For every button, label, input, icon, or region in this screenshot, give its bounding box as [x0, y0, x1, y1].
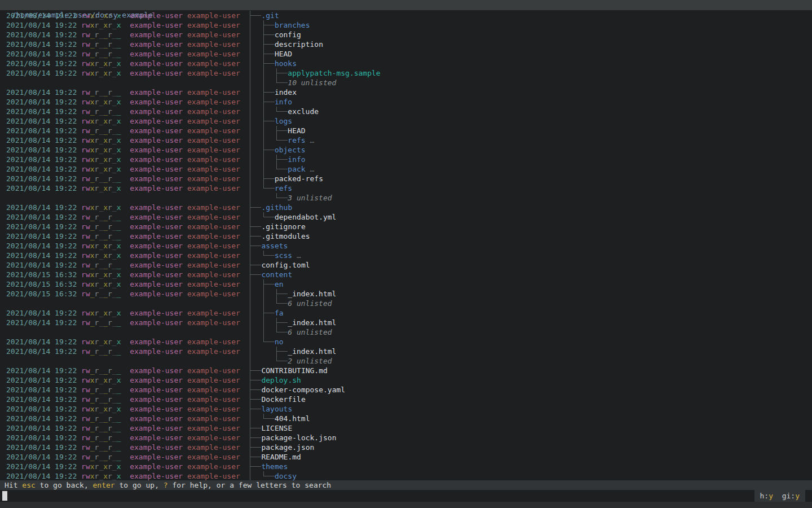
perm-char: w — [86, 261, 90, 269]
tree-file-name[interactable]: package-lock.json — [261, 433, 336, 443]
perm-char: _ — [112, 126, 117, 135]
perm-char: r — [108, 40, 112, 49]
tree-dir-name[interactable]: pack — [288, 164, 305, 174]
tree-branch-line — [248, 299, 253, 308]
perm-char: _ — [112, 290, 117, 298]
file-permissions: rwxr_xr_x — [81, 184, 121, 192]
tree-branch-line — [284, 356, 288, 366]
tree-branch-line — [275, 347, 279, 356]
perm-char: _ — [103, 366, 108, 375]
tree-branch-line — [248, 423, 253, 433]
perm-char: _ — [112, 50, 117, 58]
tree-branch-line — [261, 471, 266, 481]
tree-file-name[interactable]: packed-refs — [275, 174, 323, 183]
tree-branch-line — [261, 347, 266, 356]
tree-branch-line — [248, 347, 253, 356]
perm-char: x — [103, 98, 108, 106]
tree-branch-line — [279, 347, 284, 356]
tree-file-name[interactable]: _index.html — [288, 347, 336, 356]
file-meta-row: 2021/08/14 19:22 rwxr_xr_x example-user … — [6, 135, 240, 145]
perm-char: x — [103, 155, 108, 164]
tree-branch-line — [248, 155, 253, 164]
tree-branch-line — [257, 270, 262, 279]
file-group: example-user — [187, 395, 240, 404]
tree-file-name[interactable]: 404.html — [275, 414, 310, 423]
tree-dir-name[interactable]: logs — [275, 116, 292, 126]
tree-file-name[interactable]: config.toml — [261, 260, 310, 270]
tree-branch-line — [270, 30, 275, 40]
tree-dir-name[interactable]: refs — [288, 135, 305, 145]
perm-char: _ — [90, 126, 95, 135]
tree-dir-name[interactable]: info — [275, 97, 292, 107]
file-owner: example-user — [130, 318, 183, 327]
perm-char: r — [81, 386, 86, 394]
perm-char: x — [117, 203, 121, 212]
tree-dir-name[interactable]: no — [275, 337, 284, 347]
tree-file-name[interactable]: package.json — [261, 443, 314, 452]
perm-char: w — [86, 366, 90, 375]
tree-dir-name[interactable]: assets — [261, 241, 288, 251]
tree-file-name[interactable]: config — [275, 30, 301, 40]
tree-dir-name[interactable]: .github — [261, 203, 292, 212]
tree-file-name[interactable]: LICENSE — [261, 423, 292, 433]
file-meta-row: 2021/08/14 19:22 rw_r__r__ example-user … — [6, 231, 240, 241]
file-permissions: rw_r__r__ — [81, 414, 121, 423]
perm-char: _ — [103, 213, 108, 221]
tree-dir-name[interactable]: hooks — [275, 59, 297, 68]
tree-dir-name[interactable]: .git — [261, 11, 279, 20]
tree-branch-line — [248, 231, 253, 241]
tree-branch-line — [253, 145, 257, 155]
tree-file-name[interactable]: HEAD — [288, 126, 305, 135]
file-owner: example-user — [130, 146, 183, 154]
perm-char: _ — [103, 453, 108, 461]
tree-branch-line — [257, 375, 262, 385]
tree-branch-line — [266, 107, 270, 116]
tree-dir-name[interactable]: en — [275, 279, 284, 289]
tree-file-name[interactable]: .gitignore — [261, 222, 305, 231]
perm-char: r — [108, 290, 112, 298]
tree-dir-name[interactable]: objects — [275, 145, 306, 155]
tree-file-name[interactable]: .gitmodules — [261, 231, 310, 241]
tree-file-name[interactable]: dependabot.yml — [275, 212, 337, 222]
file-group: example-user — [187, 376, 240, 384]
tree-exec-file-name[interactable]: applypatch-msg.sample — [288, 68, 380, 78]
perm-char: x — [103, 405, 108, 413]
tree-file-name[interactable]: README.md — [261, 452, 301, 462]
tree-file-name[interactable]: description — [275, 40, 323, 49]
tree-exec-file-name[interactable]: deploy.sh — [261, 375, 301, 385]
file-group: example-user — [187, 405, 240, 413]
tree-dir-name[interactable]: info — [288, 155, 305, 164]
file-owner: example-user — [130, 376, 183, 384]
tree-file-name[interactable]: exclude — [288, 107, 319, 116]
file-date: 2021/08/14 19:22 — [6, 424, 77, 432]
perm-char: x — [103, 376, 108, 384]
search-input[interactable]: h:y gi:y — [0, 490, 812, 502]
perm-char: x — [117, 165, 121, 173]
tree-file-name[interactable]: _index.html — [288, 318, 336, 327]
tree-dir-name[interactable]: docsy — [275, 471, 297, 481]
file-meta-row: 2021/08/14 19:22 rw_r__r__ example-user … — [6, 443, 240, 452]
file-permissions: rw_r__r__ — [81, 174, 121, 183]
tree-branch-line — [253, 366, 257, 375]
tree-file-name[interactable]: _index.html — [288, 289, 336, 299]
tree-dir-name[interactable]: fa — [275, 308, 284, 318]
tree-file-name[interactable]: HEAD — [275, 49, 292, 59]
tree-file-name[interactable]: Dockerfile — [261, 395, 305, 404]
tree-file-name[interactable]: CONTRIBUTING.md — [261, 366, 327, 375]
tree-branch-line — [257, 97, 262, 107]
tree-dir-name[interactable]: themes — [261, 462, 288, 471]
tree-dir-name[interactable]: refs — [275, 183, 292, 193]
tree-file-name[interactable]: index — [275, 87, 297, 97]
tree-branch-line — [266, 308, 270, 318]
file-owner: example-user — [130, 184, 183, 192]
file-meta-row: 2021/08/14 19:22 rwxr_xr_x example-user … — [6, 155, 240, 164]
tree-branch-line — [275, 68, 279, 78]
tree-dir-name[interactable]: scss — [275, 251, 292, 260]
tree-file-name[interactable]: docker-compose.yaml — [261, 385, 345, 395]
perm-char: x — [90, 69, 95, 77]
tree-branch-line — [253, 203, 257, 212]
perm-char: r — [81, 251, 86, 260]
tree-dir-name[interactable]: content — [261, 270, 292, 279]
tree-dir-name[interactable]: branches — [275, 20, 310, 30]
tree-dir-name[interactable]: layouts — [261, 404, 292, 414]
